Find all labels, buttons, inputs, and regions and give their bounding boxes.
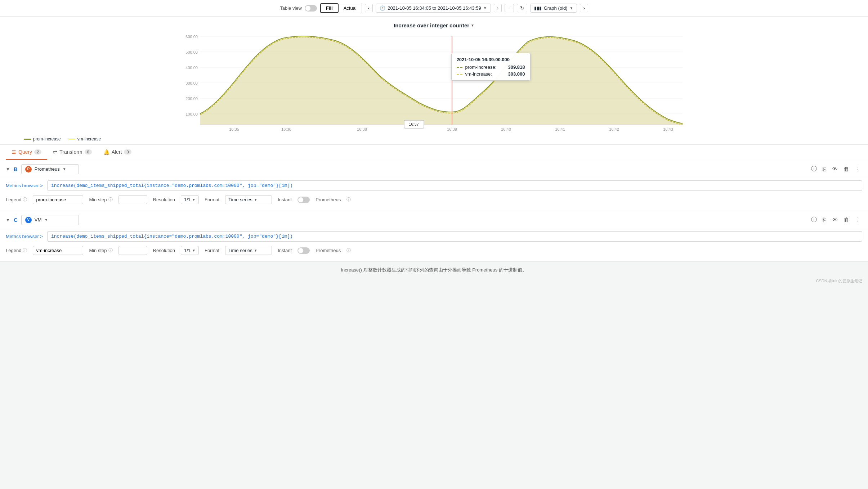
query-b-datasource[interactable]: P Prometheus ▼ xyxy=(21,164,79,174)
table-view-switch[interactable] xyxy=(305,5,317,12)
query-tab-label: Query xyxy=(18,149,32,155)
query-b-header: ▼ B P Prometheus ▼ ⓘ ⎘ 👁 🗑 ⋮ xyxy=(0,160,868,178)
query-c-letter: C xyxy=(14,217,18,223)
query-b-format-select[interactable]: Time series ▼ xyxy=(225,195,272,204)
format-c-chevron: ▼ xyxy=(254,248,258,252)
query-b-resolution-select[interactable]: 1/1 ▼ xyxy=(181,195,199,204)
query-c-legend-input[interactable] xyxy=(33,246,83,255)
metrics-browser-b-link[interactable]: Metrics browser > xyxy=(6,183,47,188)
tooltip-vm-row: vm-increase: 303.000 xyxy=(457,71,525,77)
chart-tooltip: 2021-10-05 16:39:00.000 prom-increase: 3… xyxy=(451,53,531,81)
query-c-metrics-row: Metrics browser > xyxy=(0,229,868,244)
query-b-options-row: Legend ⓘ Min step ⓘ Resolution 1/1 ▼ For… xyxy=(0,193,868,206)
tab-alert[interactable]: 🔔 Alert 0 xyxy=(98,145,137,160)
zoom-out-button[interactable]: − xyxy=(505,4,514,12)
tab-query[interactable]: ☰ Query 2 xyxy=(6,145,47,160)
query-b-metrics-row: Metrics browser > xyxy=(0,178,868,193)
prom-legend-item: prom-increase xyxy=(24,136,61,142)
query-c-format-label: Format xyxy=(205,248,219,253)
query-b-expression-input[interactable] xyxy=(47,180,862,191)
query-c-delete-button[interactable]: 🗑 xyxy=(842,215,851,225)
query-c-resolution-value: 1/1 xyxy=(184,248,191,253)
format-b-chevron: ▼ xyxy=(254,198,258,202)
query-c-duplicate-button[interactable]: ⎘ xyxy=(821,215,828,225)
query-c-resolution-label: Resolution xyxy=(153,248,175,253)
minstep-c-info-icon[interactable]: ⓘ xyxy=(108,247,113,254)
time-range-text: 2021-10-05 16:34:05 to 2021-10-05 16:43:… xyxy=(388,5,481,11)
query-c-section: ▼ C V VM ▼ ⓘ ⎘ 👁 🗑 ⋮ Metrics browser > L… xyxy=(0,211,868,262)
query-b-resolution-label: Resolution xyxy=(153,197,175,202)
minstep-b-info-icon[interactable]: ⓘ xyxy=(108,197,113,203)
query-b-duplicate-button[interactable]: ⎘ xyxy=(821,165,828,174)
query-b-instant-toggle[interactable] xyxy=(297,197,310,203)
query-b-actions: ⓘ ⎘ 👁 🗑 ⋮ xyxy=(810,164,862,174)
query-c-legend-label: Legend ⓘ xyxy=(6,247,27,254)
svg-text:16:40: 16:40 xyxy=(501,127,511,131)
prometheus-c-info-icon[interactable]: ⓘ xyxy=(346,247,351,254)
query-c-format-value: Time series xyxy=(228,248,252,253)
query-b-minstep-input[interactable] xyxy=(118,195,147,204)
query-c-collapse-button[interactable]: ▼ xyxy=(6,217,10,223)
watermark: CSDN @lulu的云原生笔记 xyxy=(0,278,868,287)
alert-tab-label: Alert xyxy=(112,149,122,155)
tab-transform[interactable]: ⇄ Transform 0 xyxy=(47,145,97,160)
prom-legend-color xyxy=(24,139,31,140)
tooltip-vm-value: 303.000 xyxy=(508,71,525,77)
svg-text:200.00: 200.00 xyxy=(185,97,198,101)
vm-legend-color xyxy=(68,139,75,139)
refresh-button[interactable]: ↻ xyxy=(517,4,527,12)
query-c-instant-toggle[interactable] xyxy=(297,247,310,254)
tooltip-time: 2021-10-05 16:39:00.000 xyxy=(457,57,525,62)
time-range-chevron[interactable]: ▼ xyxy=(483,6,487,10)
graph-type-chevron: ▼ xyxy=(569,6,573,10)
graph-type-selector[interactable]: ▮▮▮ Graph (old) ▼ xyxy=(530,4,577,13)
query-c-minstep-input[interactable] xyxy=(118,246,147,255)
panel-collapse-button[interactable]: › xyxy=(580,4,588,12)
next-nav-button[interactable]: › xyxy=(494,4,502,12)
query-c-resolution-select[interactable]: 1/1 ▼ xyxy=(181,246,199,255)
query-c-ds-chevron: ▼ xyxy=(44,218,48,222)
query-tab-badge: 2 xyxy=(34,149,41,154)
chart-title: Increase over integer counter ▼ xyxy=(6,22,862,28)
footnote: increase() 对整数计数器生成的时间序列的查询由于外推而导致 Prome… xyxy=(0,262,868,278)
query-b-eye-button[interactable]: 👁 xyxy=(831,165,839,174)
actual-button[interactable]: Actual xyxy=(339,3,362,13)
query-c-format-select[interactable]: Time series ▼ xyxy=(225,246,272,255)
svg-text:16:35: 16:35 xyxy=(229,127,239,131)
vm-c-icon: V xyxy=(25,217,32,223)
query-b-prometheus-label: Prometheus xyxy=(316,197,341,202)
query-b-ds-chevron: ▼ xyxy=(63,167,66,171)
metrics-browser-c-link[interactable]: Metrics browser > xyxy=(6,234,47,239)
query-c-instant-label: Instant xyxy=(278,248,292,253)
query-c-eye-button[interactable]: 👁 xyxy=(831,215,839,225)
query-c-expression-input[interactable] xyxy=(47,231,862,242)
query-b-more-button[interactable]: ⋮ xyxy=(854,164,862,174)
query-b-help-button[interactable]: ⓘ xyxy=(810,164,818,174)
query-tabs: ☰ Query 2 ⇄ Transform 0 🔔 Alert 0 xyxy=(0,145,868,160)
svg-text:16:36: 16:36 xyxy=(281,127,291,131)
fill-button[interactable]: Fill xyxy=(320,3,339,13)
chart-legend: prom-increase vm-increase xyxy=(6,136,862,142)
query-b-delete-button[interactable]: 🗑 xyxy=(842,165,851,174)
vm-legend-item: vm-increase xyxy=(68,136,101,142)
prev-nav-button[interactable]: ‹ xyxy=(365,4,373,12)
query-b-resolution-value: 1/1 xyxy=(184,197,191,202)
query-b-collapse-button[interactable]: ▼ xyxy=(6,167,10,172)
svg-text:16:42: 16:42 xyxy=(609,127,619,131)
fill-actual-group: Fill Actual xyxy=(320,3,362,13)
legend-c-info-icon[interactable]: ⓘ xyxy=(23,247,27,254)
chart-title-chevron[interactable]: ▼ xyxy=(471,23,474,27)
query-c-actions: ⓘ ⎘ 👁 🗑 ⋮ xyxy=(810,215,862,225)
query-b-legend-label: Legend ⓘ xyxy=(6,197,27,203)
query-c-help-button[interactable]: ⓘ xyxy=(810,215,818,225)
prometheus-b-info-icon[interactable]: ⓘ xyxy=(346,197,351,203)
query-c-more-button[interactable]: ⋮ xyxy=(854,215,862,225)
query-c-minstep-label: Min step ⓘ xyxy=(89,247,112,254)
top-toolbar: Table view Fill Actual ‹ 🕐 2021-10-05 16… xyxy=(0,0,868,17)
svg-text:16:41: 16:41 xyxy=(555,127,565,131)
svg-text:400.00: 400.00 xyxy=(185,66,198,70)
query-c-datasource[interactable]: V VM ▼ xyxy=(21,215,79,225)
legend-b-info-icon[interactable]: ⓘ xyxy=(23,197,27,203)
transform-tab-label: Transform xyxy=(59,149,82,155)
query-b-legend-input[interactable] xyxy=(33,195,83,204)
